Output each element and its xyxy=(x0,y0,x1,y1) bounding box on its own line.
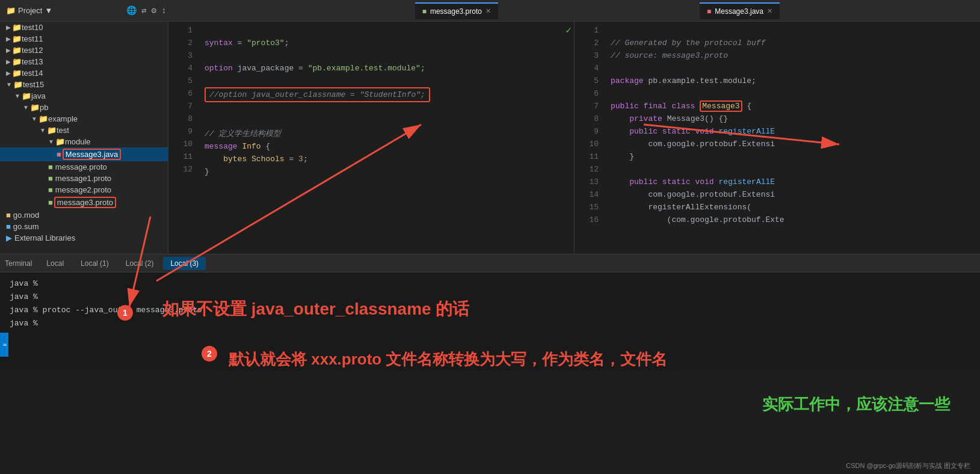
folder-icon: 📁 xyxy=(12,46,22,55)
tree-item-test10[interactable]: ▶ 📁 test10 xyxy=(0,22,168,33)
proto-tab-label: message3.proto xyxy=(430,7,482,16)
arrow-icon: ▼ xyxy=(14,93,20,99)
label: test11 xyxy=(22,34,43,43)
label: java xyxy=(31,91,46,100)
project-folder-icon: 📁 xyxy=(6,6,16,15)
label: test xyxy=(57,126,69,135)
java-tab[interactable]: ■ Message3.java ✕ xyxy=(700,2,780,19)
file-tree-sidebar: ▶ 📁 test10 ▶ 📁 test11 ▶ 📁 test12 ▶ 📁 te xyxy=(0,22,168,254)
checkmark-icon: ✓ xyxy=(566,24,572,36)
folder-icon: 📁 xyxy=(47,126,57,135)
arrow-icon: ▶ xyxy=(6,47,11,54)
java-editor-panel: 1234 5678 9101112 13141516 // Generated … xyxy=(575,22,980,254)
folder-icon: 📁 xyxy=(12,69,22,78)
arrow-icon: ▶ xyxy=(6,58,11,65)
toolbar-icons: 🌐 ⇄ ⚙ ↕ xyxy=(120,5,415,16)
gear-icon[interactable]: ⚙ xyxy=(151,5,156,16)
terminal-line: java % xyxy=(10,291,970,304)
tree-item-message-proto[interactable]: ■ message.proto xyxy=(0,161,168,173)
proto-editor-panel: 1234 5678 9101112 syntax = "proto3"; opt… xyxy=(168,22,575,254)
terminal-tab-local1[interactable]: Local (1) xyxy=(73,257,116,270)
main-content: ▶ 📁 test10 ▶ 📁 test11 ▶ 📁 test12 ▶ 📁 te xyxy=(0,22,980,254)
proto-code-area[interactable]: 1234 5678 9101112 syntax = "proto3"; opt… xyxy=(168,22,574,254)
label: message2.proto xyxy=(55,185,111,194)
tree-item-test[interactable]: ▼ 📁 test xyxy=(0,125,168,136)
project-text: Project xyxy=(18,6,42,15)
terminal-line: java % xyxy=(10,317,970,330)
proto-file-icon: ■ xyxy=(422,7,427,16)
tree-item-java[interactable]: ▼ 📁 java xyxy=(0,90,168,102)
folder-icon: 📁 xyxy=(22,91,31,100)
proto-file-icon: ■ xyxy=(48,162,53,171)
java-code-area[interactable]: 1234 5678 9101112 13141516 // Generated … xyxy=(575,22,980,254)
label: message.proto xyxy=(55,162,107,171)
proto-tab-close[interactable]: ✕ xyxy=(485,7,491,15)
folder-icon: 📁 xyxy=(12,34,22,43)
proto-file-icon: ■ xyxy=(48,185,53,194)
terminal-line: java % protoc --java_out=. message3.prot… xyxy=(10,304,970,317)
annotation-text-3: 实际工作中，应该注意一些 xyxy=(762,394,950,415)
arrow-icon: ▶ xyxy=(6,35,11,42)
proto-file-icon: ■ xyxy=(48,198,53,207)
terminal-tab-local[interactable]: Local xyxy=(39,257,71,270)
tree-item-example[interactable]: ▼ 📁 example xyxy=(0,113,168,125)
label: module xyxy=(65,137,91,146)
label: External Libraries xyxy=(14,233,75,242)
project-label[interactable]: 📁 Project ▼ xyxy=(0,6,120,15)
folder-icon: 📁 xyxy=(55,137,65,146)
arrow-icon: ▼ xyxy=(23,104,29,111)
tree-item-test15[interactable]: ▼ 📁 test15 xyxy=(0,79,168,90)
java-code-content: // Generated by the protocol buff // sou… xyxy=(605,22,980,254)
tree-item-message1-proto[interactable]: ■ message1.proto xyxy=(0,173,168,184)
tree-item-go-sum[interactable]: ■ go.sum xyxy=(0,221,168,232)
label: test10 xyxy=(22,23,43,32)
attribution: CSDN @grpc-go源码剖析与实战 图文专栏 xyxy=(846,461,970,470)
tree-item-pb[interactable]: ▼ 📁 pb xyxy=(0,102,168,113)
tree-item-module[interactable]: ▼ 📁 module xyxy=(0,136,168,147)
left-indicator: ⌨ xyxy=(0,333,8,357)
tree-item-test12[interactable]: ▶ 📁 test12 xyxy=(0,45,168,56)
label: message1.proto xyxy=(55,174,111,183)
label: test13 xyxy=(22,57,43,66)
collapse-icon[interactable]: ↕ xyxy=(161,6,166,16)
label: Message3.java xyxy=(63,149,121,160)
java-tab-label: Message3.java xyxy=(715,7,763,16)
proto-tab[interactable]: ■ message3.proto ✕ xyxy=(415,2,498,19)
tree-item-message3-proto[interactable]: ■ message3.proto xyxy=(0,195,168,209)
gomod-icon: ■ xyxy=(6,211,11,220)
terminal-label: Terminal xyxy=(5,259,32,268)
label: test12 xyxy=(22,46,43,55)
top-bar: 📁 Project ▼ 🌐 ⇄ ⚙ ↕ ■ message3.proto ✕ ■… xyxy=(0,0,980,22)
java-tab-close[interactable]: ✕ xyxy=(767,7,772,15)
proto-file-icon: ■ xyxy=(48,174,53,183)
split-icon[interactable]: ⇄ xyxy=(141,5,146,16)
folder-icon: 📁 xyxy=(12,23,22,32)
tree-item-message2-proto[interactable]: ■ message2.proto xyxy=(0,184,168,195)
arrow-icon: ▼ xyxy=(6,81,12,88)
label: pb xyxy=(40,103,48,112)
tree-item-test11[interactable]: ▶ 📁 test11 xyxy=(0,33,168,45)
tree-item-go-mod[interactable]: ■ go.mod xyxy=(0,209,168,221)
terminal-tab-local2[interactable]: Local (2) xyxy=(119,257,161,270)
arrow-icon: ▼ xyxy=(48,138,54,145)
label: example xyxy=(48,114,78,123)
terminal-line: java % xyxy=(10,277,970,291)
tree-item-external-libraries[interactable]: ▶ External Libraries xyxy=(0,232,168,244)
arrow-icon: ▼ xyxy=(31,115,37,122)
arrow-icon: ▶ xyxy=(6,24,11,31)
label: go.sum xyxy=(13,222,39,231)
tab-bar: ■ message3.proto ✕ ■ Message3.java ✕ xyxy=(415,2,980,19)
folder-icon: 📁 xyxy=(13,80,23,89)
tree-item-test13[interactable]: ▶ 📁 test13 xyxy=(0,56,168,67)
tree-item-message3-java[interactable]: ■ Message3.java xyxy=(0,147,168,161)
terminal-tab-local3[interactable]: Local (3) xyxy=(163,257,206,270)
java-line-numbers: 1234 5678 9101112 13141516 xyxy=(575,22,605,254)
project-dropdown-icon[interactable]: ▼ xyxy=(45,6,52,15)
java-file-icon: ■ xyxy=(707,7,711,16)
tree-item-test14[interactable]: ▶ 📁 test14 xyxy=(0,67,168,79)
globe-icon[interactable]: 🌐 xyxy=(126,5,137,16)
annotation-text-1: 如果不设置 java_outer_classname 的话 xyxy=(162,298,469,321)
library-icon: ▶ xyxy=(6,233,12,242)
annotation-text-2: 默认就会将 xxx.proto 文件名称转换为大写，作为类名，文件名 xyxy=(229,349,667,370)
folder-icon: 📁 xyxy=(12,57,22,66)
